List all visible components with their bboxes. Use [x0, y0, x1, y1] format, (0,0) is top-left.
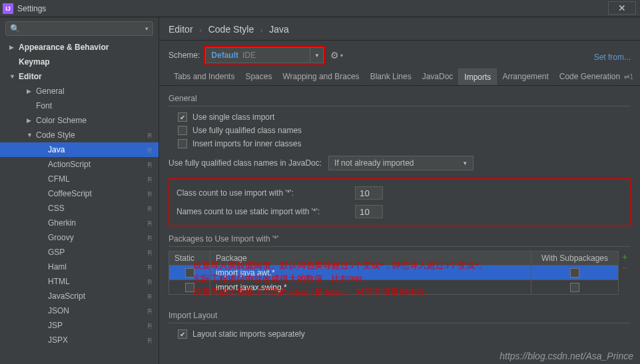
config-icon: ⎘ — [148, 322, 152, 329]
settings-sidebar: 🔍 ▾ ▶Appearance & BehaviorKeymap▼Editor▶… — [0, 17, 159, 364]
config-icon: ⎘ — [148, 307, 152, 315]
config-icon: ⎘ — [148, 249, 152, 256]
sidebar-item-gsp[interactable]: GSP⎘ — [0, 245, 159, 260]
config-icon: ⎘ — [148, 146, 152, 154]
sidebar-item-font[interactable]: Font — [0, 98, 159, 113]
sidebar-item-groovy[interactable]: Groovy⎘ — [0, 230, 159, 245]
config-icon: ⎘ — [148, 337, 152, 344]
class-count-label: Class count to use import with '*': — [176, 188, 348, 198]
section-packages: Packages to Use Import with '*' — [168, 230, 631, 245]
static-checkbox[interactable] — [185, 268, 194, 277]
col-package: Package — [210, 252, 531, 265]
sidebar-item-haml[interactable]: Haml⎘ — [0, 260, 159, 274]
tabs-extra[interactable]: ⇄1 — [624, 73, 633, 81]
config-icon: ⎘ — [148, 176, 152, 183]
crumb-codestyle[interactable]: Code Style — [208, 24, 254, 35]
remove-package-button[interactable]: − — [619, 262, 630, 273]
set-from-link[interactable]: Set from... — [594, 53, 631, 62]
sidebar-item-html[interactable]: HTML⎘ — [0, 274, 159, 289]
sidebar-item-jsp[interactable]: JSP⎘ — [0, 318, 159, 333]
chk-layout-static[interactable] — [178, 329, 187, 339]
tab-code-generation[interactable]: Code Generation — [554, 69, 625, 85]
tab-imports[interactable]: Imports — [458, 69, 497, 85]
sidebar-item-javascript[interactable]: JavaScript⎘ — [0, 289, 159, 303]
sidebar-item-keymap[interactable]: Keymap — [0, 55, 159, 69]
config-icon: ⎘ — [148, 132, 152, 139]
gear-icon: ⚙ — [330, 50, 339, 61]
tab-spaces[interactable]: Spaces — [240, 69, 277, 85]
sidebar-item-coffeescript[interactable]: CoffeeScript⎘ — [0, 186, 159, 201]
content-area: General Use single class import Use full… — [159, 86, 640, 364]
chevron-down-icon: ▼ — [462, 160, 468, 166]
scheme-dropdown-button[interactable]: ▼ — [310, 47, 324, 63]
table-row[interactable]: import javax.swing.* — [168, 280, 619, 295]
watermark: https://blog.csdn.net/Asa_Prince — [499, 351, 633, 361]
config-icon: ⎘ — [148, 190, 152, 198]
config-icon: ⎘ — [148, 205, 152, 212]
class-count-input[interactable] — [355, 186, 383, 200]
section-import-layout: Import Layout — [168, 307, 631, 321]
config-icon: ⎘ — [148, 220, 152, 227]
fqn-javadoc-select[interactable]: If not already imported ▼ — [328, 156, 474, 170]
app-icon: IJ — [3, 3, 13, 14]
window-title: Settings — [17, 4, 46, 13]
sidebar-item-general[interactable]: ▶General — [0, 84, 159, 98]
breadcrumb: Editor › Code Style › Java — [159, 17, 640, 41]
subpackages-checkbox[interactable] — [570, 268, 579, 277]
tab-wrapping-and-braces[interactable]: Wrapping and Braces — [277, 69, 364, 85]
sidebar-item-gherkin[interactable]: Gherkin⎘ — [0, 216, 159, 230]
packages-table: Static Package With Subpackages + − impo… — [168, 251, 631, 295]
static-checkbox[interactable] — [185, 283, 194, 292]
scheme-select[interactable]: Default IDE — [205, 47, 310, 63]
sidebar-item-java[interactable]: Java⎘ — [0, 142, 159, 157]
sidebar-item-actionscript[interactable]: ActionScript⎘ — [0, 157, 159, 172]
sidebar-item-color-scheme[interactable]: ▶Color Scheme — [0, 113, 159, 128]
sidebar-item-cfml[interactable]: CFML⎘ — [0, 172, 159, 186]
close-button[interactable]: ✕ — [608, 1, 636, 15]
table-row[interactable]: import java.awt.* — [168, 266, 619, 280]
main-panel: Editor › Code Style › Java Scheme: Defau… — [159, 17, 640, 364]
config-icon: ⎘ — [148, 264, 152, 271]
tab-tabs-and-indents[interactable]: Tabs and Indents — [168, 69, 240, 85]
names-count-input[interactable] — [355, 205, 383, 218]
sidebar-item-json[interactable]: JSON⎘ — [0, 303, 159, 318]
sidebar-item-appearance-behavior[interactable]: ▶Appearance & Behavior — [0, 40, 159, 55]
tab-javadoc[interactable]: JavaDoc — [417, 69, 459, 85]
config-icon: ⎘ — [148, 234, 152, 242]
chk-fully-qualified[interactable] — [178, 126, 187, 135]
tab-arrangement[interactable]: Arrangement — [497, 69, 553, 85]
count-highlight-box: Class count to use import with '*': Name… — [168, 178, 631, 226]
config-icon: ⎘ — [148, 278, 152, 285]
fqn-javadoc-label: Use fully qualified class names in JavaD… — [168, 158, 322, 168]
chevron-down-icon: ▾ — [145, 25, 149, 32]
col-subpackages: With Subpackages — [531, 252, 618, 265]
config-icon: ⎘ — [148, 293, 152, 300]
settings-tree: ▶Appearance & BehaviorKeymap▼Editor▶Gene… — [0, 39, 159, 364]
add-package-button[interactable]: + — [619, 252, 630, 262]
chk-inner-classes[interactable] — [178, 139, 187, 148]
subpackages-checkbox[interactable] — [570, 283, 579, 292]
chk-single-class-import[interactable] — [178, 112, 187, 122]
col-static: Static — [169, 252, 210, 265]
tabs: Tabs and IndentsSpacesWrapping and Brace… — [159, 69, 640, 86]
scheme-highlight-box: Default IDE ▼ — [204, 46, 325, 65]
section-general: General — [168, 90, 631, 104]
sidebar-item-editor[interactable]: ▼Editor — [0, 69, 159, 84]
titlebar: IJ Settings ✕ — [0, 0, 640, 17]
crumb-java: Java — [269, 24, 289, 35]
names-count-label: Names count to use static import with '*… — [176, 207, 348, 216]
config-icon: ⎘ — [148, 161, 152, 168]
sidebar-item-jspx[interactable]: JSPX⎘ — [0, 333, 159, 347]
sidebar-item-css[interactable]: CSS⎘ — [0, 201, 159, 216]
scheme-label: Scheme: — [168, 51, 200, 60]
crumb-editor[interactable]: Editor — [168, 24, 193, 35]
sidebar-item-code-style[interactable]: ▼Code Style⎘ — [0, 128, 159, 142]
search-input[interactable]: 🔍 ▾ — [5, 21, 153, 36]
tab-blank-lines[interactable]: Blank Lines — [365, 69, 417, 85]
search-icon: 🔍 — [10, 24, 20, 33]
scheme-gear-button[interactable]: ⚙▾ — [330, 50, 343, 61]
